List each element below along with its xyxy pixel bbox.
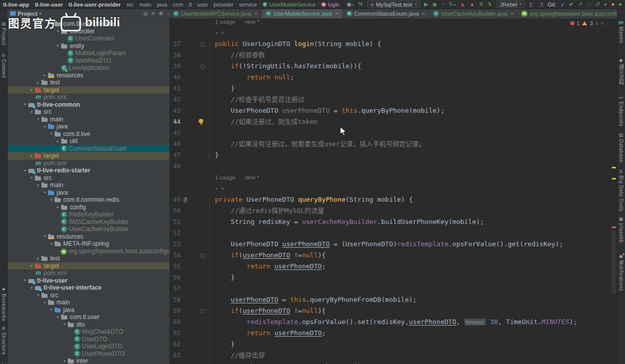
breadcrumb-item-service[interactable]: service <box>239 2 257 8</box>
hotswap-run-icon[interactable]: ▲ <box>460 2 465 7</box>
fold-marker-icon[interactable] <box>201 65 205 69</box>
code-line[interactable]: 54 if(userPhoneDTO !=null){ <box>169 250 617 261</box>
tree-row-dto[interactable]: ▾dto <box>7 321 169 329</box>
tree-row-main[interactable]: ▾main <box>7 181 169 189</box>
breadcrumb-item-tl-live-user[interactable]: tl-live-user <box>35 2 63 8</box>
tree-row-test[interactable]: ▸test <box>7 255 169 262</box>
code-line[interactable]: 1 usagenew * <box>169 18 617 27</box>
code-line[interactable]: 61 return userPhoneDTO; <box>169 328 617 339</box>
chevron-icon[interactable]: ▾ <box>49 198 54 202</box>
chevron-icon[interactable]: ▾ <box>22 168 28 173</box>
line-number[interactable]: 46 <box>169 139 181 150</box>
line-number[interactable]: 64 <box>169 361 181 364</box>
line-number[interactable]: 41 <box>169 83 181 94</box>
git-commit-icon[interactable]: ✔ <box>569 2 573 7</box>
line-number[interactable]: 37 <box>169 38 181 50</box>
right-strip-item-database[interactable]: ▤Database <box>617 133 625 163</box>
line-number[interactable]: 51 <box>169 216 181 228</box>
line-number[interactable]: 57 <box>169 283 181 294</box>
code-line[interactable]: 37public UserLoginDTO login(String mobil… <box>169 38 617 50</box>
chevron-icon[interactable]: ▾ <box>62 359 67 363</box>
tree-row-tl-live-user-interface[interactable]: ▾tl-live-user-interface <box>7 284 169 292</box>
tree-row-UserDTO[interactable]: CUserDTO <box>7 336 169 343</box>
tree-row-entity[interactable]: ▾entity <box>7 42 169 50</box>
chevron-icon[interactable]: ▾ <box>49 22 54 26</box>
breadcrumb-item-java[interactable]: java <box>157 2 167 8</box>
tree-row-target[interactable]: ▸target <box>7 262 169 270</box>
code-text[interactable]: if(userPhoneDTO !=null){ <box>215 305 326 316</box>
editor-tab-UserCacheKeyBuilder.java[interactable]: CUserCacheKeyBuilder.java✕ <box>429 9 518 18</box>
code-line[interactable]: 57 <box>169 283 617 294</box>
code-line[interactable]: ✦ ∨ <box>169 183 617 194</box>
tree-row-java[interactable]: ▾java <box>7 306 169 314</box>
code-text[interactable]: //通过redis保护MySQL的流量 <box>215 205 324 216</box>
code-line[interactable]: 48 <box>169 161 617 172</box>
tree-row-UserPhoneDTO[interactable]: CUserPhoneDTO <box>7 350 169 358</box>
chevron-icon[interactable]: ▾ <box>29 286 34 290</box>
coverage-icon[interactable]: ↻▾ <box>449 2 456 7</box>
breadcrumb-item-UserMobileService[interactable]: CUserMobileService <box>262 2 316 8</box>
tree-row-com.tl.common.redis[interactable]: ▾com.tl.common.redis <box>7 196 169 204</box>
code-text[interactable]: public UserLoginDTO login(String mobile)… <box>215 38 381 50</box>
tree-row-java[interactable]: ▾java <box>7 189 169 197</box>
chevron-icon[interactable]: ▾ <box>42 300 48 305</box>
tree-row-src[interactable]: ▾src <box>7 174 169 182</box>
tree-row-SMSCacheKeyBuilder[interactable]: CSMSCacheKeyBuilder <box>7 218 169 226</box>
code-text[interactable]: } <box>215 272 235 283</box>
git-push-icon[interactable]: ↗ <box>577 2 582 7</box>
stripe-mark[interactable] <box>612 167 616 168</box>
chevron-icon[interactable]: ▸ <box>29 87 34 92</box>
chevron-icon[interactable]: ▾ <box>49 307 54 312</box>
line-number[interactable]: 52 <box>169 228 181 239</box>
tree-row-com.tl.user.provider[interactable]: ▾com.tl.user.provider <box>7 20 169 28</box>
breadcrumb-item-main[interactable]: main <box>140 2 152 8</box>
code-text[interactable]: } <box>215 83 235 94</box>
tree-row-tl-live-common[interactable]: ▾tl-live-common <box>7 101 169 109</box>
close-icon[interactable]: ✕ <box>254 11 258 16</box>
code-text[interactable]: userPhoneDTO = new UserPhoneDTO(); <box>215 361 365 364</box>
chevron-icon[interactable]: ▸ <box>29 154 34 158</box>
intention-bulb-icon[interactable] <box>199 119 203 123</box>
left-strip-item-commit[interactable]: ◎Commit <box>0 53 7 78</box>
chevron-icon[interactable]: ▸ <box>55 139 61 144</box>
ai-code-vision-icon[interactable]: ✦ ∨ <box>215 183 224 194</box>
close-icon[interactable]: ✕ <box>335 11 338 16</box>
code-text[interactable]: //如果注册过，则生成token <box>215 116 318 127</box>
breadcrumb-item-provider[interactable]: provider <box>213 2 234 8</box>
code-line[interactable]: 40 return null; <box>169 72 617 83</box>
chevron-icon[interactable]: ▾ <box>42 190 48 195</box>
line-number[interactable]: 50 <box>169 205 181 216</box>
code-text[interactable]: private UserPhoneDTO queryByPhone(String… <box>215 194 413 205</box>
code-text[interactable]: redisTemplate.opsForValue().set(redisKey… <box>215 316 577 328</box>
chevron-icon[interactable]: ▸ <box>35 256 41 261</box>
code-text[interactable]: //校验参数 <box>215 50 265 61</box>
code-text[interactable]: String redisKey = userCacheKeyBuilder.bu… <box>215 216 484 228</box>
git-update-icon[interactable]: ↙ <box>560 2 565 7</box>
breadcrumb-item-user[interactable]: user <box>197 2 208 8</box>
code-text[interactable]: UserPhoneDTO userPhoneDTO = (UserPhoneDT… <box>215 239 563 250</box>
chevron-icon[interactable]: ▸ <box>29 263 34 268</box>
right-strip-item-maven[interactable]: mMaven <box>617 20 625 43</box>
chevron-icon[interactable]: ▾ <box>62 322 67 327</box>
tree-row-UserController[interactable]: CUserController <box>7 35 169 42</box>
chevron-icon[interactable]: ▾ <box>55 29 61 33</box>
code-line[interactable]: 51 String redisKey = userCacheKeyBuilder… <box>169 216 617 228</box>
stripe-mark[interactable] <box>612 226 616 228</box>
line-number[interactable]: 63 <box>169 350 181 361</box>
line-number[interactable]: 54 <box>169 250 181 261</box>
tree-row-test[interactable]: ▸test <box>7 79 169 86</box>
code-line[interactable]: 50 //通过redis保护MySQL的流量 <box>169 205 617 216</box>
breadcrumb-item-tl[interactable]: tl <box>189 2 192 8</box>
code-text[interactable]: if(!StringUtils.hasText(mobile)){ <box>215 61 362 72</box>
editor-tab-org.springframework.boot.autoconfigure.AutoConfiguration.imports[interactable]: org.springframework.boot.autoconfigure.A… <box>518 9 617 18</box>
prev-problem-icon[interactable]: ∧ <box>595 21 598 26</box>
code-line[interactable]: 64 userPhoneDTO = new UserPhoneDTO(); <box>169 361 617 364</box>
code-line[interactable]: 58 userPhoneDTO = this.queryByPhoneFromD… <box>169 294 617 305</box>
code-line[interactable]: 46 //如果没有注册过，就需要生成user记录，插入手机号绑定记录。 <box>169 139 617 150</box>
code-line[interactable]: 45 <box>169 127 617 139</box>
code-line[interactable]: 41 } <box>169 83 617 94</box>
tree-row-tl-live-redis-starter[interactable]: ▾tl-live-redis-starter <box>7 167 169 174</box>
jrebel-debug-icon[interactable]: ↯ <box>487 2 492 7</box>
tree-row-src[interactable]: ▾src <box>7 108 169 116</box>
code-line[interactable]: 52 <box>169 228 617 239</box>
